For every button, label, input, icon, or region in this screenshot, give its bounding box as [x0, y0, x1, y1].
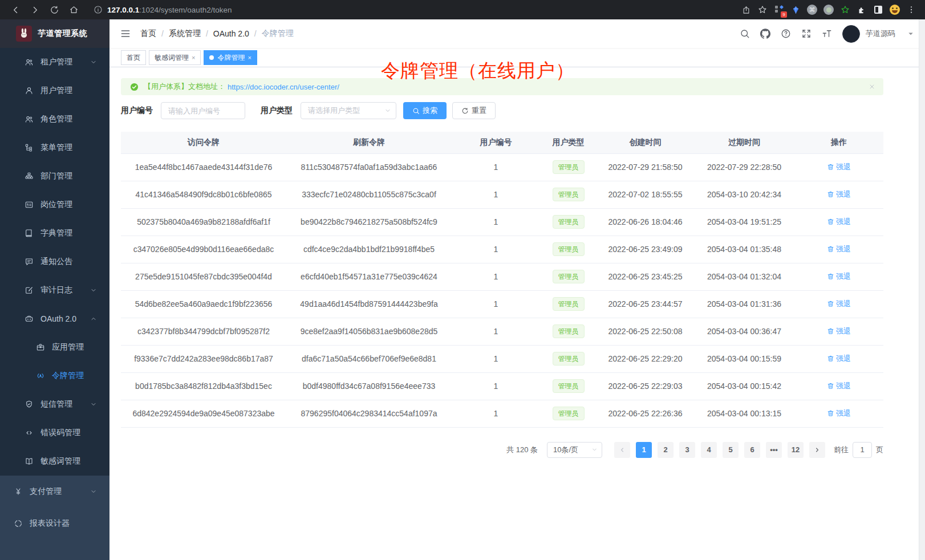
browser-forward-button[interactable]	[27, 2, 42, 17]
sidebar-item-token[interactable]: 令牌管理	[0, 362, 109, 390]
caret-down-icon[interactable]	[906, 29, 916, 39]
sidebar-item-oauth[interactable]: OAuth 2.0	[0, 305, 109, 333]
sidebar-item-yen[interactable]: 支付管理	[0, 476, 109, 508]
tab-home[interactable]: 首页	[121, 50, 146, 65]
extension-record[interactable]	[823, 4, 834, 15]
tab-close-icon[interactable]: ×	[248, 54, 251, 61]
page-scrollbar[interactable]	[919, 19, 925, 560]
force-logout-button[interactable]: 强退	[827, 217, 851, 227]
doc-link[interactable]: https://doc.iocoder.cn/user-center/	[228, 83, 339, 91]
extension-command[interactable]: ⌘	[806, 4, 818, 15]
user-avatar[interactable]	[842, 25, 860, 43]
force-logout-button[interactable]: 强退	[827, 271, 851, 282]
page-size-select[interactable]: 10条/页	[547, 442, 602, 458]
sidebar-item-users[interactable]: 角色管理	[0, 105, 109, 133]
sidebar-menu-root: 支付管理 报表设计器	[0, 476, 109, 560]
msg-icon	[25, 257, 34, 266]
user-id-input[interactable]	[161, 102, 245, 119]
address-bar[interactable]: 127.0.0.1:1024/system/oauth2/token	[94, 5, 740, 14]
fullscreen-icon[interactable]	[801, 29, 812, 39]
site-info-icon[interactable]	[94, 5, 103, 14]
tab-sensitive-words[interactable]: 敏感词管理 ×	[149, 50, 201, 65]
browser-menu-button[interactable]	[906, 4, 917, 15]
filter-bar: 用户编号 用户类型 请选择用户类型 搜索 重置	[121, 102, 883, 120]
sidebar-item-app[interactable]: 应用管理	[0, 333, 109, 362]
page-button-6[interactable]: 6	[744, 442, 760, 458]
green-star-icon	[841, 5, 850, 14]
page-button-4[interactable]: 4	[701, 442, 717, 458]
force-logout-button[interactable]: 强退	[827, 162, 851, 172]
sidebar-item-label: 通知公告	[40, 257, 109, 267]
browser-back-button[interactable]	[8, 2, 23, 17]
sidebar-item-org[interactable]: 部门管理	[0, 162, 109, 190]
sidebar-item-post[interactable]: 岗位管理	[0, 190, 109, 219]
chevron-down-icon	[90, 287, 97, 294]
trash-icon	[827, 355, 834, 362]
sidebar-item-label: 角色管理	[40, 114, 109, 124]
username[interactable]: 芋道源码	[866, 29, 895, 39]
force-logout-button[interactable]: 强退	[827, 299, 851, 309]
help-icon[interactable]	[781, 29, 791, 39]
force-logout-label: 强退	[836, 408, 851, 419]
search-icon[interactable]	[740, 29, 750, 39]
extension-reading[interactable]	[873, 4, 884, 15]
app-logo: 芋道管理系统	[0, 19, 109, 48]
page-button-1[interactable]: 1	[636, 442, 652, 458]
breadcrumb-system[interactable]: 系统管理	[169, 29, 201, 39]
page-button-3[interactable]: 3	[679, 442, 695, 458]
user-type-badge: 管理员	[553, 242, 585, 256]
extension-emoji[interactable]	[889, 4, 900, 15]
extension-puzzle[interactable]	[856, 4, 867, 15]
more-pages-button[interactable]: •••	[766, 442, 782, 458]
breadcrumb-oauth[interactable]: OAuth 2.0	[213, 29, 249, 38]
sidebar-item-chart[interactable]: 报表设计器	[0, 508, 109, 539]
github-icon[interactable]	[760, 29, 770, 39]
user-type-badge: 管理员	[553, 297, 585, 311]
page-button-12[interactable]: 12	[788, 442, 804, 458]
browser-home-button[interactable]	[66, 2, 81, 17]
force-logout-button[interactable]: 强退	[827, 381, 851, 391]
sidebar-item-book[interactable]: 敏感词管理	[0, 447, 109, 476]
sidebar-item-msg[interactable]: 通知公告	[0, 247, 109, 276]
prev-page-button[interactable]	[614, 442, 630, 458]
sidebar-item-code[interactable]: 错误码管理	[0, 419, 109, 447]
force-logout-button[interactable]: 强退	[827, 354, 851, 364]
command-circle-icon: ⌘	[807, 5, 817, 15]
share-button[interactable]	[740, 4, 752, 15]
tab-token-management[interactable]: 令牌管理 ×	[204, 50, 257, 65]
page-button-2[interactable]: 2	[658, 442, 674, 458]
magnifier-icon	[412, 107, 420, 115]
page-button-5[interactable]: 5	[723, 442, 739, 458]
sidebar-item-dict[interactable]: 字典管理	[0, 219, 109, 247]
force-logout-button[interactable]: 强退	[827, 326, 851, 336]
search-button-label: 搜索	[423, 105, 437, 116]
extension-grid[interactable]: 9	[773, 4, 785, 15]
sidebar-item-audit[interactable]: 审计日志	[0, 276, 109, 305]
cell-action: 强退	[794, 290, 883, 318]
sidebar-item-users[interactable]: 租户管理	[0, 48, 109, 76]
force-logout-button[interactable]: 强退	[827, 189, 851, 200]
sidebar-item-user[interactable]: 用户管理	[0, 76, 109, 105]
force-logout-button[interactable]: 强退	[827, 408, 851, 419]
goto-page-input[interactable]	[853, 442, 872, 458]
alert-close-icon[interactable]	[869, 83, 875, 90]
cell-created-time: 2022-06-25 23:45:25	[597, 263, 694, 290]
column-header: 用户类型	[540, 132, 597, 153]
sidebar-item-tree[interactable]: 菜单管理	[0, 133, 109, 162]
bookmark-button[interactable]	[757, 4, 768, 15]
tab-close-icon[interactable]: ×	[192, 54, 195, 61]
active-dot	[209, 55, 214, 60]
reset-button[interactable]: 重置	[452, 102, 496, 119]
hamburger-icon[interactable]	[120, 28, 131, 39]
cell-created-time: 2022-06-25 23:49:09	[597, 236, 694, 263]
search-button[interactable]: 搜索	[403, 102, 447, 119]
browser-reload-button[interactable]	[47, 2, 62, 17]
user-type-select[interactable]: 请选择用户类型	[301, 102, 396, 119]
extension-gem[interactable]	[790, 4, 801, 15]
breadcrumb-home[interactable]: 首页	[140, 29, 156, 39]
sidebar-item-shield[interactable]: 短信管理	[0, 390, 109, 419]
font-size-icon[interactable]	[822, 29, 832, 39]
next-page-button[interactable]	[809, 442, 825, 458]
extension-star[interactable]	[839, 4, 851, 15]
force-logout-button[interactable]: 强退	[827, 244, 851, 254]
